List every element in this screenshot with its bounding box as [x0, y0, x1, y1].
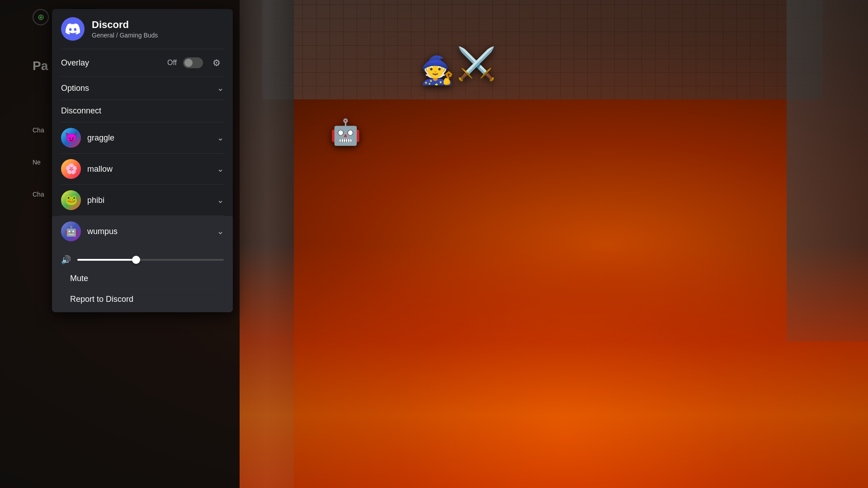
volume-slider-fill — [77, 259, 136, 261]
report-label: Report to Discord — [70, 295, 133, 304]
sidebar-item-1: Cha — [33, 127, 44, 134]
overlay-row[interactable]: Overlay Off ⚙ — [52, 49, 233, 76]
user-list: 😈 graggle ⌄ 🌸 mallow ⌄ 🐸 phibi ⌄ — [52, 122, 233, 312]
graggle-chevron-icon: ⌄ — [217, 133, 224, 143]
overlay-controls: Off ⚙ — [167, 56, 224, 70]
overlay-settings-button[interactable]: ⚙ — [209, 56, 224, 70]
xbox-logo-area: ⊕ — [33, 9, 49, 25]
overlay-toggle[interactable] — [183, 57, 203, 68]
character-1: 🧙 — [420, 54, 454, 86]
overlay-status: Off — [167, 59, 177, 67]
options-row[interactable]: Options ⌄ — [52, 77, 233, 99]
options-label: Options — [61, 84, 89, 93]
avatar-mallow: 🌸 — [61, 159, 81, 179]
lava-pool — [240, 244, 868, 488]
avatar-wumpus: 🤖 — [61, 221, 81, 241]
xbox-icon: ⊕ — [33, 9, 49, 25]
username-wumpus: wumpus — [87, 227, 118, 236]
user-row-phibi[interactable]: 🐸 phibi ⌄ — [52, 185, 233, 216]
user-left-wumpus: 🤖 wumpus — [61, 221, 118, 241]
options-chevron-icon: ⌄ — [217, 83, 224, 93]
volume-slider-thumb[interactable] — [132, 256, 140, 264]
stone-top — [262, 0, 823, 99]
user-left-mallow: 🌸 mallow — [61, 159, 113, 179]
mallow-chevron-icon: ⌄ — [217, 164, 224, 174]
username-phibi: phibi — [87, 196, 104, 205]
panel-header: Discord General / Gaming Buds — [52, 9, 233, 49]
avatar-graggle: 😈 — [61, 128, 81, 148]
character-2: ⚔️ — [457, 45, 496, 82]
page-title-hint: Pa — [33, 59, 48, 73]
game-scene: 🧙 ⚔️ 🤖 — [240, 0, 868, 488]
username-mallow: mallow — [87, 164, 113, 174]
sidebar-nav: Cha Ne Cha — [33, 127, 44, 198]
discord-panel: Discord General / Gaming Buds Overlay Of… — [52, 9, 233, 312]
sidebar-item-2: Ne — [33, 159, 44, 166]
discord-logo — [61, 17, 85, 41]
volume-slider-track[interactable] — [77, 259, 224, 261]
avatar-phibi: 🐸 — [61, 190, 81, 210]
header-text: Discord General / Gaming Buds — [92, 19, 158, 39]
discord-logo-svg — [66, 22, 80, 36]
character-3: 🤖 — [330, 117, 361, 147]
overlay-label: Overlay — [61, 58, 89, 68]
user-left-graggle: 😈 graggle — [61, 128, 114, 148]
app-title: Discord — [92, 19, 158, 31]
report-action-row[interactable]: Report to Discord — [61, 289, 224, 310]
mute-action-row[interactable]: Mute — [61, 268, 224, 289]
wumpus-expanded-section: 🔊 Mute Report to Discord — [52, 247, 233, 312]
user-row-mallow[interactable]: 🌸 mallow ⌄ — [52, 154, 233, 184]
disconnect-label: Disconnect — [61, 106, 101, 115]
app-subtitle: General / Gaming Buds — [92, 32, 158, 39]
user-row-wumpus[interactable]: 🤖 wumpus ⌄ — [52, 216, 233, 247]
user-left-phibi: 🐸 phibi — [61, 190, 104, 210]
wumpus-chevron-icon: ⌄ — [217, 226, 224, 236]
phibi-chevron-icon: ⌄ — [217, 195, 224, 205]
disconnect-row[interactable]: Disconnect — [52, 100, 233, 122]
username-graggle: graggle — [87, 133, 114, 143]
volume-row: 🔊 — [61, 251, 224, 268]
sidebar-item-3: Cha — [33, 191, 44, 198]
user-row-graggle[interactable]: 😈 graggle ⌄ — [52, 122, 233, 153]
mute-label: Mute — [70, 274, 88, 283]
volume-icon: 🔊 — [61, 255, 71, 265]
